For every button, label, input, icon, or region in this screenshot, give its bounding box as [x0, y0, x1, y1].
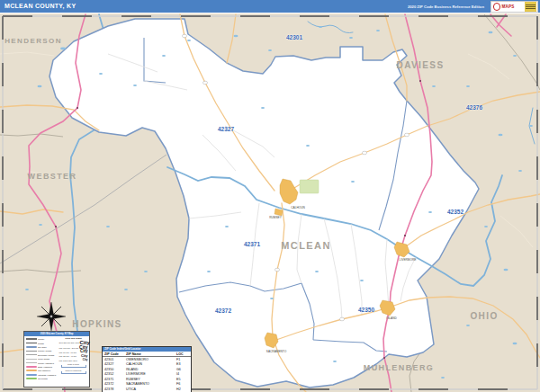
page-title: MCLEAN COUNTY, KY	[4, 3, 76, 9]
legend-swatch	[26, 370, 37, 371]
legend-item-label: Minor Roads	[38, 358, 50, 360]
col-zip-name: ZIP Name	[126, 352, 176, 356]
legend-swatch	[26, 362, 37, 363]
col-zip-code: ZIP Code	[104, 352, 126, 356]
legend-item-label: Toll Roads	[38, 378, 48, 379]
legend-city-column: Cities and Towns Over 250,000 and Above …	[59, 337, 88, 380]
legend-item-label: State Highways	[38, 366, 52, 368]
legend-box: 2020 McLean County, KY Map County Roads	[23, 331, 90, 388]
table-row: 42371 RUMSEY E5	[103, 377, 191, 382]
zip-table-body: 42301 OWENSBORO F1 42327 CALHOUN E3 4235…	[103, 357, 191, 392]
marketmaps-logo: Market MAPS	[490, 1, 538, 13]
legend-item-label: County	[38, 338, 44, 340]
legend-item: Toll Roads	[26, 377, 58, 380]
legend-city-item: Pop. 2,500 and Above City	[59, 359, 88, 363]
title-bar: MCLEAN COUNTY, KY 2020 ZIP Code Business…	[0, 0, 540, 13]
park-area	[300, 180, 319, 193]
table-row: 42327 CALHOUN E3	[103, 362, 191, 368]
legend-swatch	[26, 351, 37, 352]
scale-bar: Scale in Miles	[59, 363, 88, 368]
legend-item-label: US Highways	[38, 370, 50, 371]
legend-item-label: Primary Roads	[38, 350, 51, 352]
legend-item-label: ZIP Code	[38, 346, 47, 348]
col-loc: LOC	[176, 352, 191, 356]
legend-item-label: Interstate Highways	[38, 374, 56, 376]
legend-item-label: Secondary Roads	[38, 354, 54, 356]
legend-swatch	[26, 354, 37, 355]
legend-line-items: County Roads ZIP Code Primary Ro	[26, 337, 58, 380]
zip-index-table: ZIP Code Index/Grid Locator ZIP Code ZIP…	[102, 346, 192, 392]
logo-brand-text: MAPS	[502, 5, 515, 10]
legend-swatch	[26, 366, 37, 368]
table-row: 42352 LIVERMORE I4	[103, 372, 191, 378]
table-row: 42378 UTICA H2	[103, 387, 191, 392]
legend-swatch	[26, 359, 37, 360]
globe-icon	[493, 3, 501, 11]
map-page: MCLEAN COUNTY, KY 2020 ZIP Code Business…	[0, 0, 540, 392]
legend-item-label: County Highways	[38, 362, 54, 364]
legend-swatch	[26, 346, 37, 349]
legend-swatch	[26, 378, 37, 379]
edition-label: 2020 ZIP Code Business Reference Edition	[408, 4, 484, 9]
legend-swatch	[26, 338, 37, 340]
table-row: 42301 OWENSBORO F1	[103, 357, 191, 362]
table-row: 42372 SACRAMENTO F6	[103, 382, 191, 388]
legend-swatch	[26, 374, 37, 376]
legend-item-label: Roads	[38, 343, 44, 344]
scale-bar: Scale in Kilometers	[59, 370, 88, 374]
table-row: 42350 ISLAND G6	[103, 367, 191, 372]
legend-swatch	[26, 343, 37, 343]
logo-badge	[525, 2, 536, 12]
